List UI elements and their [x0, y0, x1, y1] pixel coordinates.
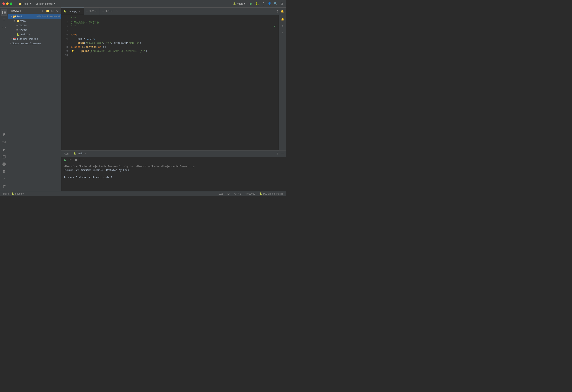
python-run-tab-icon: 🐍 — [74, 152, 76, 155]
code-token: 0 — [93, 37, 95, 41]
status-line-ending[interactable]: LF — [226, 191, 231, 196]
status-right: 10:1 LF UTF-8 4 spaces 🐍 Python 3.8 (Hel… — [218, 191, 284, 196]
status-indent[interactable]: 4 spaces — [245, 191, 256, 196]
tab-main-py[interactable]: 🐍 main.py ✕ — [61, 8, 84, 15]
code-lines[interactable]: """ 异常处理操作 代码示例 """ try: — [69, 15, 279, 150]
chevron-down-icon: ▼ — [54, 3, 56, 5]
run-play-button[interactable]: ▶ — [63, 158, 67, 162]
tree-item-main[interactable]: 🐍 main.py — [8, 32, 61, 37]
svg-rect-17 — [3, 163, 5, 164]
expand-arrow-hello: ▼ — [10, 15, 13, 17]
close-button[interactable] — [2, 2, 5, 5]
new-folder-icon[interactable]: 📁 — [46, 9, 50, 13]
tree-item-hello[interactable]: ▼ 📂 Hello ~/PycharmProjects/Hello — [8, 14, 61, 19]
bottom-tab-run[interactable]: Run — [61, 151, 71, 157]
tab-file1-txt[interactable]: ≡ file1.txt — [100, 8, 116, 15]
settings-gear-icon[interactable]: ⚙ — [55, 9, 60, 13]
version-control-button[interactable]: Version control ▼ — [34, 2, 57, 6]
code-token: ( — [89, 49, 91, 53]
search-icon[interactable]: 🔍 — [274, 2, 277, 5]
scroll-down-icon[interactable]: ↓ — [280, 30, 285, 34]
line-num-9: 9 — [61, 49, 68, 53]
run-dashboard-icon[interactable]: ▶ — [1, 146, 7, 153]
code-line-6: num = 1 / 0 — [71, 37, 277, 41]
console-line-empty — [64, 172, 284, 176]
external-libraries-icon: 📚 — [13, 37, 16, 40]
sidebar-toggle-icon[interactable] — [1, 9, 7, 16]
bookmarks-icon[interactable] — [1, 153, 7, 160]
more-console-options[interactable]: ⋮ — [81, 158, 86, 162]
notifications-icon[interactable]: 🔔 — [280, 9, 284, 13]
user-icon[interactable]: 👤 — [268, 2, 271, 5]
more-tools-icon[interactable]: ⋯ — [1, 24, 7, 30]
code-token: open — [78, 41, 84, 45]
tree-item-external[interactable]: ▶ 📚 External Libraries — [8, 37, 61, 41]
line-num-8: 8 — [61, 45, 68, 49]
code-token: / — [89, 37, 93, 41]
main-tab-label: main — [78, 152, 83, 155]
svg-rect-5 — [3, 21, 5, 21]
svg-point-8 — [3, 135, 4, 136]
new-file-icon[interactable]: + — [41, 9, 45, 13]
notifications-right-icon[interactable]: 🔔 — [280, 16, 285, 21]
console-line-cmd: /Users/zyq/PycharmProjects/Hello/venv/bi… — [64, 165, 284, 168]
bottom-more-icon[interactable]: ⋮ — [275, 152, 279, 156]
minimize-button[interactable] — [6, 2, 9, 5]
rerun-button[interactable]: ↺ — [68, 158, 73, 162]
status-encoding[interactable]: UTF-8 — [234, 191, 242, 196]
tree-item-file1[interactable]: ≡ file1.txt — [8, 23, 61, 28]
sidebar-title: Project — [10, 10, 21, 12]
tree-item-venv[interactable]: ▶ 📁 venv — [8, 19, 61, 23]
python-version-icon: 🐍 — [259, 192, 262, 195]
code-token: : — [76, 33, 78, 37]
code-token: """ — [71, 25, 76, 29]
code-line-8: except Exception as e: — [71, 45, 277, 49]
trash-icon[interactable]: 🗑 — [1, 168, 7, 175]
run-config-button[interactable]: 🐍 main ▼ — [232, 2, 247, 6]
collapse-all-icon[interactable]: ⊟ — [50, 9, 55, 13]
content-area: 🐍 main.py ✕ ≡ file2.txt ≡ file1.txt ⋮ 🔔 — [61, 8, 286, 191]
scroll-up-icon[interactable]: ↑ — [280, 23, 285, 28]
maximize-button[interactable] — [10, 2, 12, 5]
tab-file2-txt[interactable]: ≡ file2.txt — [84, 8, 100, 15]
code-token: except — [71, 45, 81, 49]
project-name-button[interactable]: 📁 Hello ▼ — [17, 2, 33, 6]
toolbar-separator — [80, 158, 80, 162]
status-position[interactable]: 10:1 — [218, 191, 224, 196]
tree-item-file2[interactable]: ≡ file2.txt — [8, 28, 61, 32]
line-num-1: 1 — [61, 16, 68, 21]
svg-point-7 — [4, 133, 5, 134]
more-options-icon[interactable]: ⋮ — [261, 2, 265, 5]
code-token: "file3.txt" — [85, 41, 103, 45]
stop-button[interactable]: ⏹ — [74, 158, 78, 162]
bottom-panel: Run 🐍 main ✕ ⋮ — ▶ ↺ ⏹ — [61, 150, 286, 191]
bottom-tab-close-main[interactable]: ✕ — [85, 152, 86, 155]
status-main-py-label: 🐍 — [11, 192, 14, 195]
print-icon[interactable] — [1, 161, 7, 167]
svg-point-21 — [3, 187, 4, 187]
git-icon[interactable] — [1, 132, 7, 138]
run-button[interactable]: ▶ — [249, 2, 253, 5]
code-token: Exception — [82, 45, 97, 49]
tree-item-scratches[interactable]: ≡ Scratches and Consoles — [8, 41, 61, 45]
status-breadcrumb[interactable]: Hello › 🐍 main.py — [2, 191, 25, 196]
status-python-version[interactable]: 🐍 Python 3.8 (Hello) — [258, 191, 284, 196]
structure-icon[interactable] — [1, 16, 7, 23]
problems-icon[interactable]: ⚠ — [1, 176, 7, 182]
sidebar-header: Project + 📁 ⊟ ⚙ — [8, 8, 61, 14]
layers-icon[interactable] — [1, 139, 7, 145]
bottom-tab-main[interactable]: 🐍 main ✕ — [71, 151, 89, 157]
tab-more-options-icon[interactable]: ⋮ — [275, 9, 279, 13]
hint-bulb-icon[interactable]: 💡 — [71, 49, 74, 53]
status-bar: Hello › 🐍 main.py 10:1 LF UTF-8 4 spaces… — [0, 191, 286, 196]
code-token: num — [78, 37, 82, 41]
settings-icon[interactable]: ⚙ — [280, 2, 284, 5]
bottom-toolbar: ▶ ↺ ⏹ ⋮ — [61, 157, 286, 163]
editor-content[interactable]: 1 2 3 4 5 6 7 8 9 10 — [61, 15, 279, 150]
debug-button[interactable]: 🐛 — [255, 2, 259, 5]
code-token: "r" — [106, 41, 111, 45]
bottom-minimize-icon[interactable]: — — [280, 152, 284, 156]
git-branches-icon[interactable] — [1, 183, 7, 189]
tab-close-main-py[interactable]: ✕ — [79, 10, 81, 13]
status-python-text: Python 3.8 (Hello) — [263, 192, 283, 195]
